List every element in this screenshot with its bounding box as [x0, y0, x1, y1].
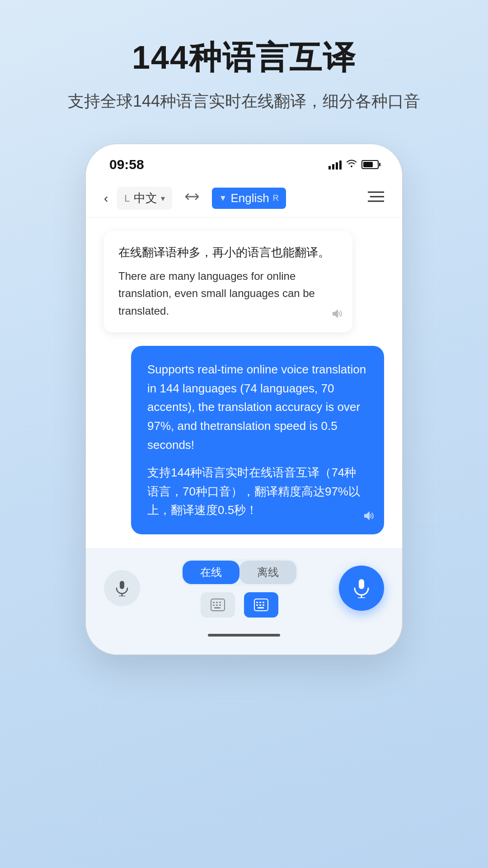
chat-area: 在线翻译语种多，再小的语言也能翻译。 There are many langua… [86, 217, 402, 548]
nav-bar: ‹ L 中文 ▾ ▼ English R [86, 179, 402, 217]
battery-icon [361, 160, 379, 169]
page-title: 144种语言互译 [132, 36, 356, 80]
svg-rect-19 [259, 604, 261, 606]
wifi-icon [346, 159, 357, 170]
svg-rect-10 [213, 604, 215, 606]
left-lang-text: 中文 [134, 190, 157, 206]
svg-rect-13 [214, 607, 221, 609]
right-lang-prefix: ▼ [219, 193, 227, 203]
menu-button[interactable] [368, 190, 384, 206]
page-subtitle: 支持全球144种语言实时在线翻译，细分各种口音 [68, 90, 420, 113]
right-lang-selector[interactable]: ▼ English R [212, 188, 286, 209]
left-lang-selector[interactable]: L 中文 ▾ [117, 187, 172, 210]
offline-mode-tab[interactable]: 离线 [239, 561, 296, 584]
right-lang-suffix: R [273, 193, 279, 203]
svg-rect-11 [216, 604, 218, 606]
sound-icon[interactable] [331, 307, 343, 323]
mode-switcher: 在线 离线 [149, 559, 330, 618]
back-button[interactable]: ‹ [104, 191, 108, 206]
svg-rect-9 [219, 602, 221, 603]
sound-right-icon[interactable] [362, 509, 375, 525]
left-lang-prefix: L [124, 193, 130, 204]
svg-rect-8 [216, 602, 218, 603]
svg-rect-18 [256, 604, 258, 606]
online-mode-tab[interactable]: 在线 [183, 561, 239, 584]
svg-rect-12 [219, 604, 221, 606]
svg-rect-7 [213, 602, 215, 603]
left-message-english: There are many languages for online tran… [118, 268, 338, 320]
svg-rect-3 [120, 581, 124, 589]
right-message-chinese: 支持144种语言实时在线语音互译（74种语言，70种口音），翻译精度高达97%以… [147, 463, 368, 520]
keyboard-button-right[interactable] [244, 592, 278, 618]
phone-frame: 09:58 ‹ L 中文 ▾ [86, 144, 402, 655]
home-indicator [208, 634, 280, 637]
swap-languages-button[interactable] [181, 189, 203, 208]
chevron-down-icon: ▾ [161, 193, 165, 203]
mode-tabs[interactable]: 在线 离线 [181, 559, 298, 586]
svg-rect-16 [259, 602, 261, 603]
keyboard-buttons [201, 592, 278, 618]
status-icons [328, 159, 379, 170]
right-message-english: Supports real-time online voice translat… [147, 360, 368, 454]
right-mic-button[interactable] [339, 566, 384, 611]
microphone-active-icon [352, 578, 371, 598]
keyboard-button-left[interactable] [201, 592, 235, 618]
svg-rect-20 [263, 604, 264, 606]
status-bar: 09:58 [86, 144, 402, 179]
signal-icon [328, 160, 342, 170]
svg-rect-22 [359, 579, 364, 589]
svg-rect-17 [263, 602, 264, 603]
status-time: 09:58 [109, 157, 144, 172]
right-message-bubble: Supports real-time online voice translat… [131, 346, 384, 534]
left-message-bubble: 在线翻译语种多，再小的语言也能翻译。 There are many langua… [104, 231, 352, 332]
bottom-toolbar: 在线 离线 [86, 548, 402, 627]
left-message-chinese: 在线翻译语种多，再小的语言也能翻译。 [118, 244, 338, 261]
svg-rect-15 [256, 602, 258, 603]
svg-rect-21 [258, 607, 264, 609]
microphone-icon [114, 580, 130, 596]
right-lang-text: English [230, 191, 269, 205]
left-mic-button[interactable] [104, 570, 140, 606]
